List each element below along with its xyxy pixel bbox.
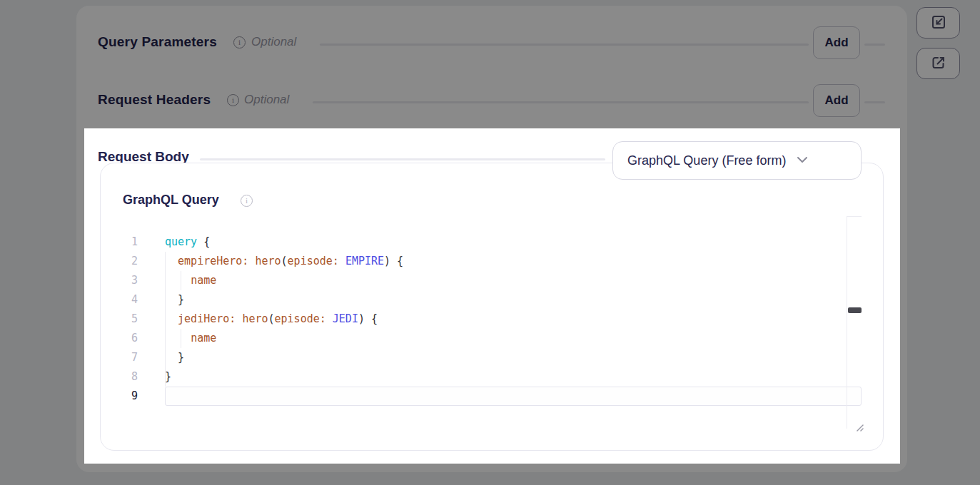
scrollbar-thumb[interactable] bbox=[848, 307, 862, 313]
dim-overlay-bottom bbox=[0, 464, 980, 485]
line-number: 3 bbox=[119, 271, 138, 290]
graphql-code-editor[interactable]: 123456789 query { empireHero: hero(episo… bbox=[119, 216, 862, 429]
line-number: 6 bbox=[119, 329, 138, 348]
line-number: 5 bbox=[119, 310, 138, 329]
body-type-select[interactable]: GraphQL Query (Free form) bbox=[612, 141, 862, 180]
chevron-down-icon bbox=[786, 154, 809, 167]
graphql-query-label: GraphQL Query bbox=[123, 193, 219, 208]
code-line: } bbox=[165, 348, 847, 367]
line-number: 8 bbox=[119, 367, 138, 387]
code-lines: query { empireHero: hero(episode: EMPIRE… bbox=[165, 233, 847, 406]
info-circle-icon[interactable]: i bbox=[241, 195, 253, 207]
code-line: jediHero: hero(episode: JEDI) { bbox=[165, 310, 847, 329]
line-number: 7 bbox=[119, 348, 138, 367]
code-line: query { bbox=[165, 233, 847, 252]
code-line: } bbox=[165, 367, 847, 387]
graphql-query-card: GraphQL Query i 123456789 query { empire… bbox=[100, 163, 884, 451]
editor-scrollbar[interactable] bbox=[847, 216, 862, 429]
code-line: } bbox=[165, 290, 847, 310]
resize-grip-icon[interactable] bbox=[854, 419, 864, 438]
dim-overlay-left bbox=[0, 128, 84, 464]
line-number: 2 bbox=[119, 252, 138, 271]
line-number: 9 bbox=[119, 387, 138, 406]
screen: Query Parameters i Optional Add Request … bbox=[0, 0, 980, 485]
body-type-selected-value: GraphQL Query (Free form) bbox=[627, 153, 786, 168]
code-line: name bbox=[165, 329, 847, 348]
line-number: 4 bbox=[119, 290, 138, 310]
editor-gutter: 123456789 bbox=[119, 233, 138, 406]
dim-overlay-top bbox=[0, 0, 980, 128]
divider-line bbox=[200, 158, 605, 160]
dim-overlay-right bbox=[900, 128, 980, 464]
code-line: empireHero: hero(episode: EMPIRE) { bbox=[165, 252, 847, 271]
code-line bbox=[165, 387, 847, 406]
code-line: name bbox=[165, 271, 847, 290]
line-number: 1 bbox=[119, 233, 138, 252]
